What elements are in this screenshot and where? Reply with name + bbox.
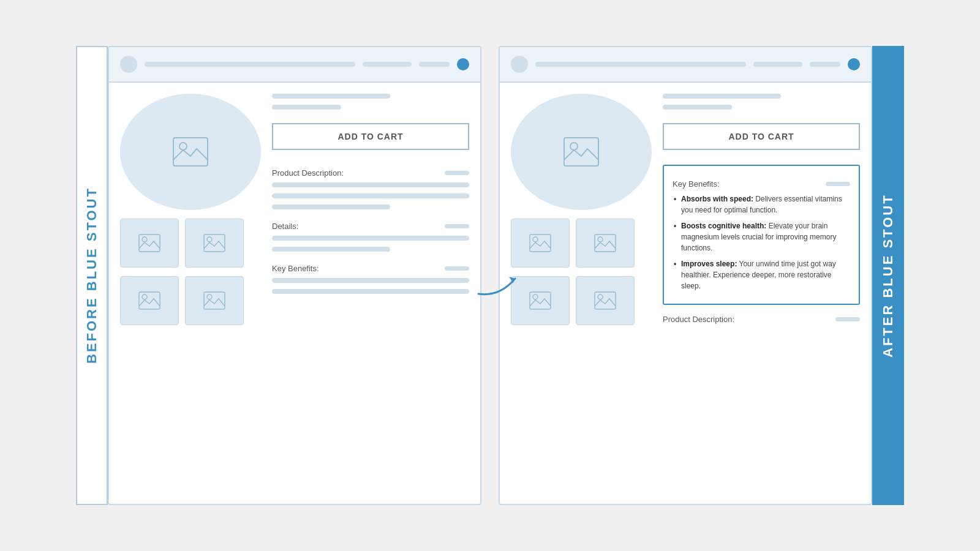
before-label: BEFORE BLUE STOUT — [76, 46, 108, 505]
browser-dot-before — [457, 58, 469, 70]
before-desc-line2 — [272, 193, 469, 198]
svg-rect-13 — [530, 234, 551, 252]
browser-nav2-after — [810, 62, 840, 67]
after-benefits-header-row: Key Benefits: — [673, 179, 850, 189]
before-main-image-icon — [172, 137, 209, 167]
svg-rect-6 — [139, 292, 160, 309]
before-details-header: Details: — [272, 222, 469, 231]
svg-point-1 — [179, 143, 187, 150]
after-benefit-2: Boosts cognitive health: Elevate your br… — [673, 220, 850, 253]
svg-point-16 — [598, 237, 603, 242]
browser-favicon-before — [120, 56, 137, 73]
before-thumb2-icon — [203, 234, 225, 252]
after-thumb-4 — [576, 276, 635, 325]
browser-nav2-before — [419, 62, 450, 67]
arrow-icon — [475, 263, 524, 300]
svg-rect-8 — [204, 292, 225, 309]
before-thumb4-icon — [203, 291, 225, 310]
after-thumb-row-1 — [511, 219, 652, 268]
after-thumb-1 — [511, 219, 570, 268]
after-benefit-1: Absorbs with speed: Delivers essential v… — [673, 193, 850, 216]
svg-rect-0 — [173, 138, 208, 166]
before-thumb-row-2 — [120, 276, 261, 325]
before-images-col — [120, 94, 261, 493]
svg-point-9 — [207, 294, 212, 299]
svg-point-7 — [142, 294, 147, 299]
before-browser-window: ADD TO CART Product Description: Details… — [108, 46, 481, 505]
browser-bar-after — [500, 47, 871, 83]
svg-rect-19 — [595, 292, 616, 309]
svg-point-20 — [598, 294, 603, 299]
before-product-desc-label: Product Description: — [272, 168, 344, 178]
before-thumb-4 — [185, 276, 244, 325]
before-details-line2 — [272, 247, 390, 252]
svg-rect-17 — [530, 292, 551, 309]
before-thumb-1 — [120, 219, 179, 268]
before-thumb-2 — [185, 219, 244, 268]
after-subtitle-line — [663, 105, 732, 110]
after-title-line — [663, 94, 781, 99]
before-desc-line-header — [445, 171, 469, 175]
after-benefit3-bold: Improves sleep: — [681, 260, 737, 268]
before-add-to-cart-button[interactable]: ADD TO CART — [272, 123, 469, 150]
after-benefit1-bold: Absorbs with speed: — [681, 195, 753, 203]
before-main-image — [120, 94, 261, 210]
after-thumb-2 — [576, 219, 635, 268]
svg-rect-2 — [139, 234, 160, 252]
svg-rect-15 — [595, 234, 616, 252]
before-thumb-row-1 — [120, 219, 261, 268]
after-benefits-line-short — [826, 182, 850, 186]
svg-point-18 — [533, 294, 538, 299]
svg-point-12 — [570, 143, 578, 150]
after-add-to-cart-button[interactable]: ADD TO CART — [663, 123, 860, 150]
browser-url-bar-after — [535, 62, 746, 67]
before-title-line — [272, 94, 390, 99]
before-benefits-line2 — [272, 289, 469, 294]
before-details-line-header — [445, 224, 469, 228]
before-product-page: ADD TO CART Product Description: Details… — [109, 83, 480, 504]
before-benefits-line1 — [272, 278, 469, 283]
svg-point-5 — [207, 237, 212, 242]
after-product-page: ADD TO CART Key Benefits: Absorbs with s… — [500, 83, 871, 504]
after-main-image — [511, 94, 652, 210]
before-details-label: Details: — [272, 222, 298, 231]
after-browser-window: ADD TO CART Key Benefits: Absorbs with s… — [499, 46, 872, 505]
after-thumb4-icon — [594, 291, 616, 310]
after-product-desc-label: Product Description: — [663, 315, 734, 324]
before-thumb-3 — [120, 276, 179, 325]
after-images-col — [511, 94, 652, 493]
after-thumb1-icon — [529, 234, 551, 252]
after-thumb2-icon — [594, 234, 616, 252]
after-main-image-icon — [563, 137, 600, 167]
browser-favicon-after — [511, 56, 528, 73]
svg-point-14 — [533, 237, 538, 242]
svg-point-3 — [142, 237, 147, 242]
before-product-desc-header: Product Description: — [272, 168, 469, 178]
browser-dot-after — [848, 58, 860, 70]
svg-rect-11 — [564, 138, 598, 166]
svg-rect-4 — [204, 234, 225, 252]
before-subtitle-line — [272, 105, 341, 110]
after-desc-line-header — [835, 317, 860, 321]
before-desc-line1 — [272, 182, 469, 187]
after-window-container: ADD TO CART Key Benefits: Absorbs with s… — [499, 46, 872, 505]
after-benefit2-bold: Boosts cognitive health: — [681, 222, 766, 230]
browser-nav1-before — [363, 62, 412, 67]
before-benefits-line-header — [445, 266, 469, 271]
after-thumb-row-2 — [511, 276, 652, 325]
before-key-benefits-header: Key Benefits: — [272, 264, 469, 273]
after-label: AFTER BLUE STOUT — [872, 46, 904, 505]
after-key-benefits-label: Key Benefits: — [673, 179, 720, 189]
browser-nav1-after — [753, 62, 802, 67]
browser-url-bar-before — [145, 62, 355, 67]
before-thumb3-icon — [138, 291, 160, 310]
after-benefits-box: Key Benefits: Absorbs with speed: Delive… — [663, 165, 860, 305]
browser-bar-before — [109, 47, 480, 83]
after-product-desc-header: Product Description: — [663, 315, 860, 324]
after-benefit-3: Improves sleep: Your unwind time just go… — [673, 258, 850, 291]
after-thumb3-icon — [529, 291, 551, 310]
before-key-benefits-label: Key Benefits: — [272, 264, 319, 273]
before-details-line1 — [272, 236, 469, 241]
before-detail-col: ADD TO CART Product Description: Details… — [272, 94, 469, 493]
before-thumb1-icon — [138, 234, 160, 252]
